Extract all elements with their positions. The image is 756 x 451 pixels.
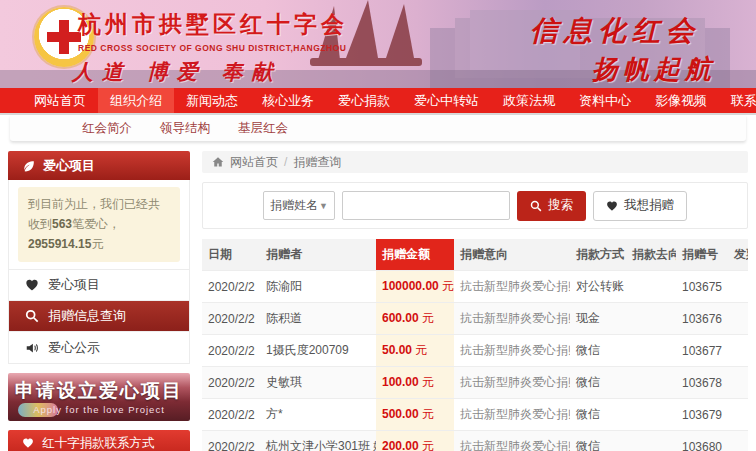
cell-donor: 方* [260, 399, 376, 431]
cell-number: 103680 [676, 431, 728, 451]
cell-method: 微信 [570, 431, 626, 451]
nav-item-4[interactable]: 爱心捐款 [326, 88, 402, 113]
notice-container: 到目前为止，我们已经共收到563笔爱心，2955914.15元 [8, 180, 190, 270]
cell-intent: 抗击新型肺炎爱心捐赠 [454, 303, 570, 335]
table-row: 2020/2/2方*500.00元抗击新型肺炎爱心捐赠微信103679 [202, 399, 748, 431]
notice-middle: 笔爱心， [72, 217, 120, 231]
notice-count: 563 [52, 217, 72, 231]
site-banner: 杭州市拱墅区红十字会 RED CROSS SOCIETY OF GONG SHU… [0, 0, 756, 88]
speaker-icon [25, 341, 39, 355]
apply-project-banner[interactable]: 申请设立爱心项目 Apply for the love Project [8, 373, 190, 421]
cell-date: 2020/2/2 [202, 431, 260, 451]
cell-amount: 50.00元 [376, 335, 454, 367]
cell-intent: 抗击新型肺炎爱心捐赠 [454, 271, 570, 303]
cell-method: 现金 [570, 303, 626, 335]
cell-direction [626, 367, 676, 399]
sidebar-item-1[interactable]: 捐赠信息查询 [9, 301, 189, 332]
chevron-down-icon: ▼ [319, 201, 328, 211]
cell-direction [626, 271, 676, 303]
search-input[interactable] [342, 191, 510, 220]
amount-value: 50.00 [382, 343, 412, 357]
cell-donor: 陈渝阳 [260, 271, 376, 303]
content-area: 爱心项目 到目前为止，我们已经共收到563笔爱心，2955914.15元 爱心项… [0, 141, 756, 451]
column-header-6: 捐赠号 [676, 239, 728, 271]
donate-button[interactable]: 我想捐赠 [593, 191, 687, 221]
cell-direction [626, 335, 676, 367]
amount-value: 100000.00 [382, 279, 439, 293]
nav-item-9[interactable]: 联系我们 [719, 88, 756, 113]
search-button-label: 搜索 [548, 197, 573, 214]
cell-invoice [728, 431, 748, 451]
cell-date: 2020/2/2 [202, 399, 260, 431]
nav-item-0[interactable]: 网站首页 [22, 88, 98, 113]
cell-intent: 抗击新型肺炎爱心捐赠 [454, 335, 570, 367]
search-field-select[interactable]: 捐赠姓名 ▼ [263, 191, 335, 220]
cell-number: 103677 [676, 335, 728, 367]
subnav-item-2[interactable]: 基层红会 [238, 120, 288, 137]
amount-unit: 元 [422, 311, 434, 325]
column-header-1: 捐赠者 [260, 239, 376, 271]
nav-item-5[interactable]: 爱心中转站 [402, 88, 491, 113]
cell-number: 103675 [676, 271, 728, 303]
search-icon [25, 309, 39, 323]
cell-amount: 500.00元 [376, 399, 454, 431]
nav-item-2[interactable]: 新闻动态 [174, 88, 250, 113]
cell-intent: 抗击新型肺炎爱心捐赠 [454, 399, 570, 431]
sidebar-section-header: 爱心项目 [8, 151, 190, 180]
amount-value: 500.00 [382, 407, 419, 421]
cell-direction [626, 399, 676, 431]
donation-table-container: 日期捐赠者捐赠金额捐赠意向捐款方式捐款去向捐赠号发票号码 2020/2/2陈渝阳… [202, 239, 748, 451]
sidebar-item-label: 捐赠信息查询 [48, 307, 126, 325]
sidebar: 爱心项目 到目前为止，我们已经共收到563笔爱心，2955914.15元 爱心项… [8, 151, 190, 451]
cell-direction [626, 431, 676, 451]
nav-item-8[interactable]: 影像视频 [643, 88, 719, 113]
cell-method: 微信 [570, 399, 626, 431]
sidebar-item-2[interactable]: 爱心公示 [9, 332, 189, 363]
breadcrumb-home-link[interactable]: 网站首页 [230, 154, 278, 171]
breadcrumb-separator: / [284, 155, 287, 169]
sidebar-section-title: 爱心项目 [43, 157, 95, 175]
table-row: 2020/2/2陈渝阳100000.00元抗击新型肺炎爱心捐赠对公转账10367… [202, 271, 748, 303]
banner-calligraphy-line2: 扬帆起航 [592, 52, 716, 87]
notice-amount: 2955914.15 [28, 237, 91, 251]
table-row: 2020/2/2杭州文津小学301班 姚诺暄200.00元抗击新型肺炎爱心捐赠微… [202, 431, 748, 451]
cell-amount: 100.00元 [376, 367, 454, 399]
breadcrumb: 网站首页 / 捐赠查询 [202, 151, 748, 173]
sidebar-item-label: 爱心公示 [48, 339, 100, 357]
search-icon [530, 200, 542, 212]
amount-value: 100.00 [382, 375, 419, 389]
amount-value: 600.00 [382, 311, 419, 325]
sub-nav: 红会简介领导结构基层红会 [10, 115, 746, 141]
sidebar-item-0[interactable]: 爱心项目 [9, 270, 189, 301]
column-header-2: 捐赠金额 [376, 239, 454, 271]
main-panel: 网站首页 / 捐赠查询 捐赠姓名 ▼ 搜索 [202, 151, 748, 451]
amount-unit: 元 [422, 375, 434, 389]
cell-number: 103676 [676, 303, 728, 335]
cell-method: 微信 [570, 367, 626, 399]
site-slogan: 人道 博爱 奉献 [72, 58, 282, 86]
cell-number: 103678 [676, 367, 728, 399]
donation-total-notice: 到目前为止，我们已经共收到563笔爱心，2955914.15元 [18, 187, 180, 262]
nav-item-7[interactable]: 资料中心 [567, 88, 643, 113]
nav-item-1[interactable]: 组织介绍 [98, 88, 174, 113]
cell-date: 2020/2/2 [202, 303, 260, 335]
cell-amount: 100000.00元 [376, 271, 454, 303]
apply-banner-title: 申请设立爱心项目 [8, 378, 190, 404]
cell-invoice [728, 271, 748, 303]
banner-calligraphy-line1: 信息化红会 [530, 12, 716, 50]
contact-section-title: 红十字捐款联系方式 [42, 435, 155, 451]
amount-value: 200.00 [382, 439, 419, 451]
nav-item-6[interactable]: 政策法规 [491, 88, 567, 113]
site-subtitle: RED CROSS SOCIETY OF GONG SHU DISTRICT,H… [78, 43, 348, 53]
nav-item-3[interactable]: 核心业务 [250, 88, 326, 113]
cell-date: 2020/2/2 [202, 271, 260, 303]
subnav-item-1[interactable]: 领导结构 [160, 120, 210, 137]
cell-donor: 杭州文津小学301班 姚诺暄 [260, 431, 376, 451]
amount-unit: 元 [422, 439, 434, 451]
page: 杭州市拱墅区红十字会 RED CROSS SOCIETY OF GONG SHU… [0, 0, 756, 451]
subnav-item-0[interactable]: 红会简介 [82, 120, 132, 137]
search-button[interactable]: 搜索 [517, 191, 586, 221]
heart-icon [25, 278, 39, 292]
cell-date: 2020/2/2 [202, 367, 260, 399]
heart-icon [22, 437, 34, 449]
